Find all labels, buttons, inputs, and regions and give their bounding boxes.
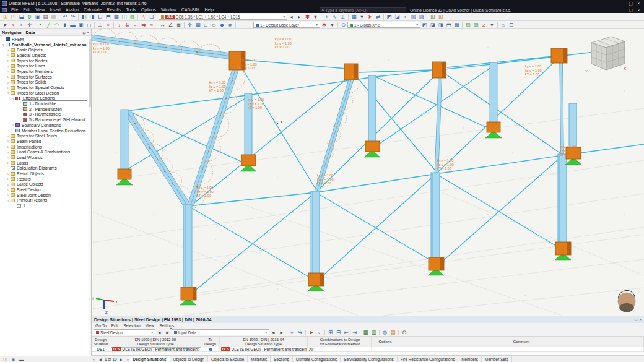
next-input-table-icon[interactable]: ▸ — [277, 329, 285, 336]
visibility-status-icon[interactable]: ◉ — [9, 356, 17, 362]
previous-combination-icon[interactable]: ◂ — [287, 14, 295, 20]
select-in-graphic-icon[interactable]: ⌖ — [288, 329, 296, 336]
tree-item[interactable]: ▹ Results — [0, 176, 91, 182]
previous-table-icon[interactable]: ◀ — [97, 357, 103, 361]
select-pointer-icon[interactable]: ➤ — [1, 22, 9, 28]
dimension-icon[interactable]: ↔ — [159, 22, 167, 28]
save-icon[interactable]: ⬓ — [17, 14, 25, 20]
tree-item[interactable]: ▹ Steel Design — [0, 187, 91, 192]
tree-item[interactable]: ▹ Load Cases & Combinations — [0, 149, 91, 155]
results-dropdown-icon[interactable]: ▾ — [311, 14, 320, 20]
tree-item[interactable]: ▹ Types for Lines — [0, 63, 91, 69]
display-mode-icon[interactable]: △ — [139, 14, 147, 20]
table-tab[interactable]: Member Sets — [482, 356, 512, 362]
expand-arrow-icon[interactable]: ▹ — [6, 134, 11, 138]
nodal-load-icon[interactable]: ↓ — [115, 22, 123, 28]
type-1990-cell[interactable]: ULS ULS (STR/GEO) - Permanent and transi… — [111, 347, 201, 351]
tree-item[interactable]: Member Local Section Reductions — [0, 128, 91, 134]
tree-item[interactable]: 1 — [0, 203, 91, 209]
show-results-icon[interactable]: ✱ — [303, 14, 311, 20]
table-tab[interactable]: Members — [458, 356, 482, 362]
expand-arrow-icon[interactable]: ▿ — [6, 91, 11, 95]
search-table-icon[interactable]: ⊙ — [400, 329, 408, 336]
plane-xz-icon[interactable]: ◆ — [218, 22, 226, 28]
tree-item[interactable]: ▿ Effective Lengths — [0, 96, 91, 101]
keyword-search-input[interactable]: ▸ Type a keyword (Alt+Q) — [320, 7, 406, 12]
layer-combo[interactable]: 1 - Default Base Layer ▾ — [253, 22, 320, 28]
menu-item[interactable]: Help — [202, 7, 215, 13]
expand-arrow-icon[interactable]: ▹ — [6, 177, 11, 181]
table-row[interactable]: DS1 ULS ULS (STR/GEO) - Permanent and tr… — [92, 347, 644, 352]
expand-arrow-icon[interactable]: ▿ — [6, 199, 11, 202]
tree-item[interactable]: ▹ Beam Panels — [0, 139, 91, 144]
model-view-icon[interactable]: ⊡ — [147, 14, 155, 20]
close-panel-icon[interactable]: × — [87, 30, 89, 35]
plane-xy-icon[interactable]: ◇ — [210, 22, 218, 28]
side-panel-toggle-icon[interactable]: ◨ — [88, 14, 96, 20]
new-model-icon[interactable]: ⊞ — [1, 14, 9, 20]
load-combination-combo[interactable]: ULS CO6 1.35 * LC1 + 1.50 * LC4 + LC15 ▾ — [159, 14, 287, 20]
surface-load-icon[interactable]: ≡ — [131, 22, 139, 28]
coordinate-system-combo[interactable]: 1 - Global XYZ ▾ — [347, 22, 420, 28]
expand-arrow-icon[interactable]: ▹ — [6, 188, 11, 192]
view-isometric-icon[interactable]: ◩ — [420, 22, 429, 28]
table-tab[interactable]: Fire Resistance Configurations — [398, 356, 458, 362]
layer-filter-icon[interactable]: ✱ — [320, 22, 328, 28]
expand-arrow-icon[interactable]: ▿ — [11, 97, 15, 100]
delete-row-icon[interactable]: ⊟ — [334, 329, 342, 336]
plane-yz-icon[interactable]: ◈ — [226, 22, 234, 28]
expand-arrow-icon[interactable]: ▹ — [6, 193, 11, 197]
navigator-scrollbar[interactable] — [89, 37, 91, 355]
menu-item[interactable]: Calculate — [81, 7, 104, 13]
table-tab[interactable]: Ultimate Configurations — [293, 356, 341, 362]
table-tab[interactable]: Objects to Exclude — [208, 356, 248, 362]
camera-status-icon[interactable]: ▬ — [17, 356, 25, 362]
redo-icon[interactable]: ↷ — [69, 14, 77, 20]
view-top-icon[interactable]: ⬒ — [445, 22, 453, 28]
user-view-1-icon[interactable]: ▧ — [464, 22, 472, 28]
view-side-icon[interactable]: ◨ — [437, 22, 445, 28]
combo-caret-icon[interactable]: ▾ — [265, 330, 267, 334]
next-module-icon[interactable]: ▸ — [163, 329, 172, 336]
menu-item[interactable]: Options — [139, 7, 159, 13]
maximize-button[interactable]: ▢ — [627, 0, 635, 7]
import-excel-icon[interactable]: ▥ — [370, 329, 378, 336]
module-combo[interactable]: Steel Design ▾ — [94, 329, 155, 335]
printout-report-icon[interactable]: ▥ — [50, 14, 58, 20]
combo-caret-icon[interactable]: ▾ — [151, 330, 153, 334]
tree-item[interactable]: ▹ Types for Nodes — [0, 58, 91, 64]
expand-arrow-icon[interactable]: ▹ — [6, 150, 11, 154]
open-model-icon[interactable]: ◰ — [9, 14, 17, 20]
select-window-icon[interactable]: ▫ — [17, 22, 25, 28]
expand-arrow-icon[interactable]: ▹ — [6, 86, 11, 90]
tree-item[interactable]: ▹ Load Wizards — [0, 155, 91, 160]
tree-item[interactable]: ▹ Types for Members — [0, 69, 91, 74]
combo-caret-icon[interactable]: ▾ — [283, 15, 285, 19]
surface-tool-icon[interactable]: ▬ — [69, 22, 77, 28]
snap-icon[interactable]: ✛ — [186, 22, 194, 28]
combinations-cell[interactable]: All — [308, 347, 372, 351]
add-visibility-icon[interactable]: ⊞ — [437, 14, 445, 20]
panel-menu-item[interactable]: Go To — [93, 324, 109, 328]
tree-item[interactable]: ▹ Special Objects — [0, 53, 91, 58]
input-table-combo[interactable]: Input Data ▾ — [172, 329, 269, 335]
menu-item[interactable]: File — [9, 7, 20, 13]
sync-cloud-icon[interactable]: ↻ — [25, 14, 33, 20]
first-table-icon[interactable]: ⇤ — [92, 357, 97, 361]
table-tab[interactable]: Objects to Design — [170, 356, 208, 362]
tree-item[interactable]: 3 - Rahmenstiele — [0, 112, 91, 118]
menu-item[interactable]: Window — [159, 7, 179, 13]
tree-item[interactable]: ▹ Guide Objects — [0, 182, 91, 187]
result-table-icon[interactable]: ▦ — [350, 14, 358, 20]
free-load-icon[interactable]: ⇉ — [139, 22, 147, 28]
guide-lines-icon[interactable]: ≣ — [175, 22, 183, 28]
home-view-icon[interactable]: ⌂ — [499, 22, 507, 28]
tree-item[interactable]: ▹ Result Objects — [0, 171, 91, 176]
node-tool-icon[interactable]: • — [37, 22, 45, 28]
table-tab[interactable]: Design Situations — [130, 356, 170, 362]
manage-windows-icon[interactable]: ▦ — [112, 14, 120, 20]
move-tool-icon[interactable]: ✛ — [25, 22, 33, 28]
web-service-icon[interactable]: ◍ — [381, 329, 389, 336]
imperfection-icon[interactable]: ≈ — [147, 22, 155, 28]
section-cut-icon[interactable]: ▧ — [409, 14, 417, 20]
